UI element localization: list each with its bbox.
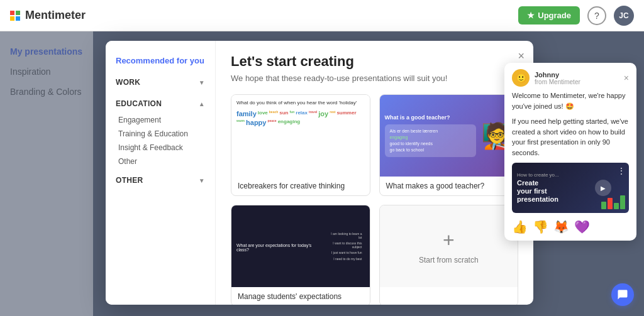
- modal-content: × Let's start creating We hope that thes…: [216, 41, 533, 305]
- word-relax: relax: [296, 110, 308, 117]
- reaction-fox[interactable]: 🦊: [553, 219, 569, 234]
- word-cloud-question: What do you think of when you hear the w…: [231, 95, 370, 107]
- other-category: OTHER ▼: [106, 171, 215, 190]
- chevron-down-icon: ▼: [199, 79, 205, 86]
- modal-sidebar: Recommended for you WORK ▼ EDUCATION ▲ E…: [106, 41, 216, 305]
- help-button[interactable]: ?: [587, 6, 606, 25]
- logo-icon: [10, 11, 20, 21]
- word-rest: rest: [330, 110, 335, 117]
- word-sun: sun: [279, 110, 288, 117]
- video-bar-2: [608, 198, 613, 209]
- modal-title: Let's start creating: [231, 53, 518, 70]
- teacher-identify: good to identify needs: [390, 141, 472, 147]
- templates-grid: What do you think of when you hear the w…: [231, 94, 518, 305]
- chat-agent-info: 🙂 Johnny from Mentimeter: [512, 69, 580, 87]
- app-header: Mentimeter ★ Upgrade ? JC: [0, 0, 644, 31]
- template-label-icebreakers: Icebreakers for creative thinking: [231, 177, 370, 195]
- word-joy: joy: [318, 110, 328, 117]
- reaction-heart[interactable]: 💜: [574, 219, 590, 234]
- template-label-manage: Manage students' expectations: [231, 287, 370, 305]
- word-warm: warm: [236, 119, 245, 126]
- word-family: family: [236, 110, 257, 117]
- sidebar-sub-other-edu[interactable]: Other: [106, 155, 215, 168]
- word-cloud: What do you think of when you hear the w…: [231, 95, 370, 177]
- template-card-icebreakers[interactable]: What do you think of when you hear the w…: [231, 94, 370, 196]
- teacher-engaging: engaging: [390, 134, 472, 141]
- manage-question: What are your expectations for today's c…: [231, 238, 323, 254]
- chat-video-prefix: How to create yo...: [517, 172, 559, 178]
- teacher-answers: Als er den beste læreren engaging good t…: [385, 124, 477, 156]
- bar-label-3: I just want to have fun: [328, 251, 362, 254]
- template-card-manage[interactable]: What are your expectations for today's c…: [231, 205, 370, 305]
- recommended-label[interactable]: Recommended for you: [106, 51, 215, 73]
- chat-video-title-main: Createyour firstpresentation: [517, 179, 558, 204]
- word-fun: fun: [290, 110, 295, 117]
- education-category-header[interactable]: EDUCATION ▲: [106, 94, 215, 113]
- sidebar-sub-training[interactable]: Training & Education: [106, 127, 215, 141]
- work-category: WORK ▼: [106, 73, 215, 92]
- chat-close-button[interactable]: ×: [624, 73, 629, 83]
- template-thumb-icebreakers: What do you think of when you hear the w…: [231, 95, 370, 177]
- template-thumb-manage: What are your expectations for today's c…: [231, 205, 370, 287]
- education-category: EDUCATION ▲ Engagement Training & Educat…: [106, 94, 215, 168]
- star-icon: ★: [527, 11, 535, 20]
- word-travel: travel: [309, 110, 317, 117]
- word-summer: summer: [336, 110, 356, 117]
- chat-header: 🙂 Johnny from Mentimeter ×: [504, 63, 636, 90]
- chat-reactions: 👍 👎 🦊 💜: [512, 219, 629, 234]
- sidebar-sub-insight[interactable]: Insight & Feedback: [106, 141, 215, 155]
- teacher-back: go back to school: [390, 147, 472, 153]
- bar-label-1: I am looking to learn a lot: [328, 232, 362, 239]
- chat-agent-from: from Mentimeter: [535, 79, 580, 85]
- chat-widget: 🙂 Johnny from Mentimeter × Welcome to Me…: [504, 63, 636, 241]
- chat-bubble-button[interactable]: [611, 283, 634, 306]
- plus-icon: +: [443, 229, 455, 252]
- teacher-question: What is a good teacher?: [385, 114, 477, 121]
- template-card-teacher[interactable]: What is a good teacher? Als er den beste…: [379, 94, 519, 196]
- chat-video[interactable]: How to create yo... Createyour firstpres…: [512, 163, 629, 213]
- play-icon[interactable]: ▶: [595, 180, 611, 196]
- video-bar-1: [601, 202, 606, 209]
- chat-welcome-text: Welcome to Mentimeter, we're happy you'v…: [512, 90, 629, 111]
- chat-agent-details: Johnny from Mentimeter: [535, 71, 580, 85]
- word-cloud-body: family love beach sun fun relax travel j…: [231, 107, 370, 129]
- modal-subtitle: We hope that these ready-to-use presenta…: [231, 74, 518, 83]
- bar-row-1: I am looking to learn a lot: [328, 232, 365, 239]
- reaction-thumbsdown[interactable]: 👎: [533, 219, 548, 234]
- chevron-up-icon: ▲: [199, 101, 205, 107]
- header-actions: ★ Upgrade ? JC: [518, 6, 634, 26]
- chat-agent-name: Johnny: [535, 71, 580, 79]
- word-love: love: [258, 110, 268, 117]
- teacher-answer-1: Als er den beste læreren: [390, 128, 472, 134]
- reaction-thumbsup[interactable]: 👍: [512, 219, 528, 234]
- video-bar-4: [620, 195, 625, 209]
- chat-help-text: If you need help getting started, we've …: [512, 116, 629, 158]
- bar-label-4: I need to do my best: [328, 257, 362, 261]
- logo-text: Mentimeter: [25, 9, 86, 22]
- bar-row-3: I just want to have fun: [328, 251, 365, 255]
- bar-row-4: I need to do my best: [328, 257, 365, 261]
- word-happy: happy: [246, 119, 266, 126]
- work-category-header[interactable]: WORK ▼: [106, 73, 215, 92]
- teacher-content: What is a good teacher? Als er den beste…: [380, 95, 518, 177]
- manage-bars: I am looking to learn a lot I want to di…: [323, 231, 370, 263]
- chat-bubble-icon: [617, 289, 628, 300]
- chat-body: Welcome to Mentimeter, we're happy you'v…: [504, 90, 636, 241]
- word-beach: beach: [269, 110, 278, 117]
- avatar[interactable]: JC: [614, 6, 634, 26]
- teacher-text-area: What is a good teacher? Als er den beste…: [380, 109, 482, 161]
- video-bar-chart: [601, 195, 625, 209]
- template-label-teacher: What makes a good teacher?: [380, 177, 518, 195]
- template-card-scratch[interactable]: + Start from scratch: [379, 205, 519, 305]
- sidebar-sub-engagement[interactable]: Engagement: [106, 113, 215, 127]
- template-thumb-teacher: What is a good teacher? Als er den beste…: [380, 95, 518, 177]
- bar-row-2: I want to discuss this subject: [328, 241, 365, 249]
- chat-avatar: 🙂: [512, 69, 530, 87]
- word-peace: peace: [267, 119, 276, 126]
- word-engaging: engaging: [278, 119, 301, 126]
- upgrade-button[interactable]: ★ Upgrade: [518, 6, 580, 25]
- other-category-header[interactable]: OTHER ▼: [106, 171, 215, 190]
- modal-close-button[interactable]: ×: [518, 50, 525, 63]
- more-options-icon[interactable]: ⋮: [618, 166, 625, 175]
- chevron-down-icon-other: ▼: [199, 177, 205, 184]
